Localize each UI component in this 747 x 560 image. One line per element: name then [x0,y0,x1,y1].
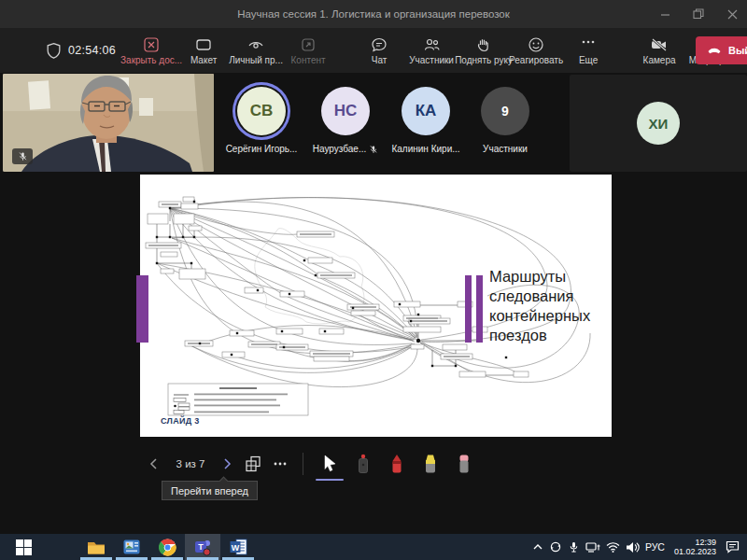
participant-name: Наурузбае... [313,144,366,154]
avatar-initials: СВ [237,87,286,135]
smiley-icon [528,36,544,53]
pointer-tool[interactable] [316,450,344,478]
eraser-icon [457,454,472,474]
title-bar: Научная сессия 1. Логистика и организаци… [0,0,747,28]
private-view-button[interactable]: Личный пр... [236,36,275,65]
content-icon [300,36,317,53]
more-presenter-options[interactable] [267,455,293,472]
raise-hand-icon [475,36,492,53]
video-tile-presenter[interactable] [3,74,214,172]
windows-taskbar: T W РУС [0,534,747,560]
more-icon [272,455,289,472]
red-pen-icon [389,454,404,474]
stop-sharing-button[interactable]: Закрыть дос... [132,36,171,65]
video-muted-chip [12,148,33,164]
meeting-timer: 02:54:06 [68,44,116,57]
volume-tray-icon[interactable] [626,541,640,553]
word-taskbar-icon[interactable]: W [220,534,256,560]
tray-expand-icon[interactable] [532,541,543,553]
stop-sharing-icon [143,36,160,53]
participants-icon [423,36,441,53]
slide-grid-button[interactable] [239,455,267,473]
laser-pointer-icon [356,454,371,474]
more-button[interactable]: Еще [569,36,608,65]
participant-name: Серёгин Игорь... [226,144,298,154]
taskbar-clock[interactable]: 12:39 01.02.2023 [674,538,716,556]
slide-accent-bar [136,275,148,343]
highlighter-tool[interactable] [416,450,444,478]
yellow-highlighter-icon [423,454,438,474]
slide-accent-bar [476,275,483,343]
avatar-initials: КА [402,87,450,135]
teams-meeting-window: Научная сессия 1. Логистика и организаци… [0,0,747,560]
tray-date: 01.02.2023 [674,547,716,556]
close-icon[interactable] [726,8,738,20]
cursor-icon [321,455,338,473]
chat-icon [371,36,388,53]
action-center-icon[interactable] [726,540,740,553]
layout-icon [195,36,212,53]
hangup-icon [707,46,722,55]
svg-text:W: W [231,543,239,553]
diagram-legend [168,384,308,415]
camera-off-icon [650,36,669,53]
windows-logo-icon [16,539,32,555]
slide-page-indicator: 3 из 7 [166,458,215,469]
next-slide-button[interactable] [215,452,239,476]
avatar-initials: ХИ [637,102,680,145]
app-taskbar-icon[interactable] [114,534,149,560]
eye-icon [247,36,264,53]
window-title: Научная сессия 1. Логистика и организаци… [0,0,747,28]
camera-button[interactable]: Камера [640,36,679,65]
participant-tile[interactable]: ХИ [570,75,747,172]
restore-icon[interactable] [693,8,704,20]
raise-hand-button[interactable]: Поднять руку [464,36,503,65]
leave-button[interactable]: Вый [696,36,747,64]
chat-button[interactable]: Чат [359,36,399,65]
eraser-tool[interactable] [450,450,478,478]
avatar-initials: НС [321,87,370,135]
participant-avatar[interactable]: СВ Серёгин Игорь... [217,87,306,154]
wifi-tray-icon[interactable] [606,541,620,553]
network-tray-icon[interactable] [585,541,600,553]
teams-taskbar-icon[interactable]: T [185,534,220,560]
presenter-video [3,74,214,172]
sync-tray-icon[interactable] [549,540,562,553]
microphone-tray-icon[interactable] [568,540,580,553]
pen-tool[interactable] [383,450,411,478]
previous-slide-button[interactable] [142,452,166,476]
slide-accent-bar [465,275,472,343]
system-tray: РУС 12:39 01.02.2023 [532,534,743,560]
language-indicator[interactable]: РУС [645,541,665,553]
word-icon: W [230,539,247,555]
participant-name: Калинин Кири... [391,144,459,154]
react-button[interactable]: Реагировать [516,36,556,65]
slide-number-label: СЛАЙД 3 [161,416,200,426]
file-explorer-taskbar-icon[interactable] [78,534,114,560]
start-button[interactable] [6,534,41,560]
next-slide-tooltip: Перейти вперед [162,481,258,500]
shield-icon [45,42,63,60]
layout-button[interactable]: Макет [184,36,223,65]
slide-grid-icon [244,455,262,473]
participants-count: 9 [481,87,529,135]
chrome-taskbar-icon[interactable] [149,534,185,560]
participants-button[interactable]: Участники [412,36,451,65]
laser-pointer-tool[interactable] [349,450,377,478]
more-icon [580,36,597,53]
minimize-icon[interactable] [659,8,670,20]
presenter-controls: 3 из 7 [142,448,481,480]
content-button: Контент [289,36,328,65]
slide-title: Маршруты следования контейнерных поездов [489,267,611,345]
teams-icon: T [194,539,212,556]
meeting-toolbar: 02:54:06 Закрыть дос... Макет Личный пр.… [0,28,747,73]
tray-time: 12:39 [674,538,716,547]
mic-off-icon [18,151,28,161]
viewer-app-icon [123,539,140,555]
participant-avatar[interactable]: НС Наурузбае... [301,87,390,154]
participants-label: Участники [483,144,528,154]
meeting-stage: СВ Серёгин Игорь... НС Наурузбае... КА К… [0,73,747,534]
participants-overflow-avatar[interactable]: 9 Участники [460,87,550,154]
participant-avatar[interactable]: КА Калинин Кири... [381,87,471,154]
shared-slide: Маршруты следования контейнерных поездов… [140,175,612,437]
